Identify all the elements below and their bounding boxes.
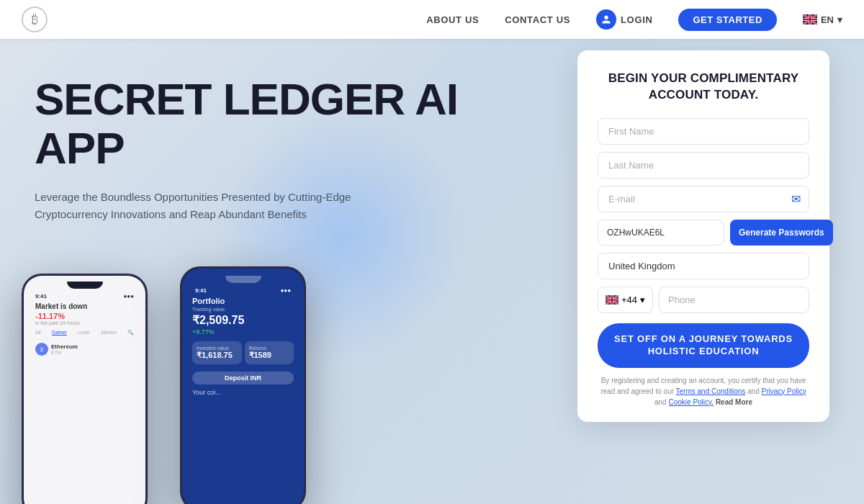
password-input[interactable] xyxy=(598,220,724,246)
privacy-policy-link[interactable]: Privacy Policy xyxy=(762,387,806,395)
portfolio-label: Portfolio xyxy=(189,295,297,307)
phone-row: +44 ▾ xyxy=(598,287,809,313)
phone-left: 9:41 ●●● Market is down -11.17% in the p… xyxy=(22,274,148,504)
registration-form: BEGIN YOUR COMPLIMENTARY ACCOUNT TODAY. … xyxy=(577,50,829,422)
terms-and-conditions-link[interactable]: Terms and Conditions xyxy=(676,387,746,395)
hero-subtitle: Leverage the Boundless Opportunities Pre… xyxy=(35,189,380,223)
hero-section: SECRET LEDGER AI APP Leverage the Boundl… xyxy=(0,39,864,504)
about-us-link[interactable]: ABOUT US xyxy=(426,14,479,25)
market-change: -11.17% xyxy=(30,312,140,320)
phone-notch-right xyxy=(225,276,261,283)
logo[interactable]: ₿ xyxy=(22,6,48,32)
generate-passwords-button[interactable]: Generate Passwords xyxy=(730,220,833,246)
phone-flag-icon xyxy=(606,295,618,305)
phone-left-screen: 9:41 ●●● Market is down -11.17% in the p… xyxy=(24,276,145,504)
deposit-btn[interactable]: Deposit INR xyxy=(192,372,294,384)
portfolio-value: ₹2,509.75 xyxy=(189,312,297,328)
lang-chevron-icon: ▾ xyxy=(837,14,842,25)
hero-title: SECRET LEDGER AI APP xyxy=(35,75,467,173)
language-selector[interactable]: EN ▾ xyxy=(803,14,842,25)
phone-left-mock: 9:41 ●●● Market is down -11.17% in the p… xyxy=(22,274,148,504)
form-title: BEGIN YOUR COMPLIMENTARY ACCOUNT TODAY. xyxy=(598,71,809,104)
email-check-icon: ✉ xyxy=(791,192,801,206)
phone-right: 9:41 ●●● Portfolio Tracking value ₹2,509… xyxy=(180,266,306,504)
phone-number-input[interactable] xyxy=(659,287,809,313)
submit-button[interactable]: SET OFF ON A JOURNEY TOWARDS HOLISTIC ED… xyxy=(598,323,809,368)
phone-right-screen: 9:41 ●●● Portfolio Tracking value ₹2,509… xyxy=(182,269,304,504)
contact-us-link[interactable]: CONTACT US xyxy=(505,14,570,25)
eth-icon: Ξ xyxy=(35,343,48,356)
hero-text-area: SECRET LEDGER AI APP Leverage the Boundl… xyxy=(35,75,467,223)
coin-row-eth: Ξ Ethereum ETH xyxy=(30,341,140,358)
phone-status-bar-right: 9:41 ●●● xyxy=(189,286,297,295)
login-area[interactable]: LOGIN xyxy=(596,9,652,30)
nav-links: ABOUT US CONTACT US LOGIN GET STARTED EN… xyxy=(426,9,842,31)
bitcoin-logo-icon: ₿ xyxy=(32,12,38,27)
terms-text: By registering and creating an account, … xyxy=(598,375,809,408)
read-more-link[interactable]: Read More xyxy=(716,398,752,406)
email-row: ✉ xyxy=(598,186,809,212)
phone-status-bar-left: 9:41 ●●● xyxy=(30,292,140,301)
uk-flag-icon xyxy=(803,14,817,24)
get-started-button[interactable]: GET STARTED xyxy=(678,9,776,31)
portfolio-details-row: Invested value ₹1,618.75 Returns ₹1589 xyxy=(189,340,297,366)
password-row: Generate Passwords xyxy=(598,220,809,246)
phone-code-label: +44 xyxy=(621,294,637,305)
your-coins-label: Your coi... xyxy=(189,386,297,396)
login-label: LOGIN xyxy=(621,14,652,25)
first-name-input[interactable] xyxy=(598,118,809,145)
cookie-policy-link[interactable]: Cookie Policy. xyxy=(668,398,714,406)
phone-code-chevron: ▾ xyxy=(640,294,645,305)
market-down-label: Market is down xyxy=(30,301,140,312)
returns-box: Returns ₹1589 xyxy=(245,341,294,364)
phone-code-selector[interactable]: +44 ▾ xyxy=(598,287,653,313)
last-name-input[interactable] xyxy=(598,152,809,179)
portfolio-change: +9.77% xyxy=(189,328,297,336)
market-sub: in the past 24 hours xyxy=(30,320,140,328)
country-input[interactable] xyxy=(598,253,809,279)
lang-label: EN xyxy=(821,14,834,25)
phone-right-mock: 9:41 ●●● Portfolio Tracking value ₹2,509… xyxy=(180,266,306,504)
email-input[interactable] xyxy=(598,186,809,212)
navbar: ₿ ABOUT US CONTACT US LOGIN GET STARTED … xyxy=(0,0,864,39)
login-icon xyxy=(596,9,616,30)
phone-notch-left xyxy=(67,282,103,289)
invested-box: Invested value ₹1,618.75 xyxy=(192,341,242,364)
